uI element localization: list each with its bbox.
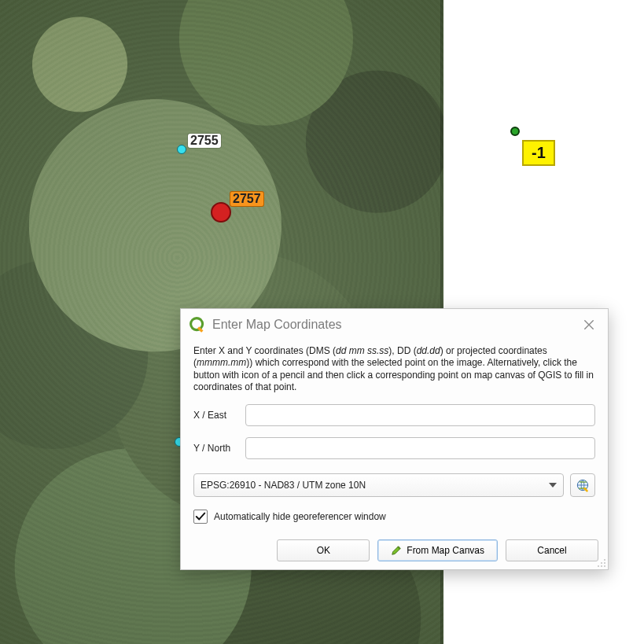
- enter-map-coordinates-dialog: Enter Map Coordinates Enter X and Y coor…: [180, 308, 609, 570]
- from-map-canvas-button[interactable]: From Map Canvas: [377, 539, 498, 561]
- svg-point-5: [601, 562, 602, 564]
- gcp-label-neg1: -1: [522, 140, 555, 166]
- check-icon: [195, 511, 206, 522]
- svg-point-4: [604, 559, 605, 561]
- x-east-label: X / East: [193, 410, 236, 421]
- close-button[interactable]: [578, 314, 600, 336]
- qgis-logo-icon: [189, 316, 206, 333]
- gcp-point-neg1[interactable]: [510, 127, 520, 136]
- ref-label-2755: 2755: [188, 134, 221, 148]
- svg-point-6: [604, 562, 605, 564]
- ref-point-2755[interactable]: [177, 145, 186, 154]
- cancel-button[interactable]: Cancel: [506, 539, 598, 561]
- ref-point-2757-selected[interactable]: [211, 202, 231, 223]
- auto-hide-checkbox[interactable]: [193, 510, 208, 524]
- globe-icon: [575, 477, 591, 493]
- pencil-icon: [391, 545, 402, 556]
- cancel-button-label: Cancel: [537, 545, 566, 556]
- auto-hide-label: Automatically hide georeferencer window: [214, 511, 386, 522]
- ok-button[interactable]: OK: [277, 539, 370, 561]
- ref-label-2757: 2757: [230, 192, 263, 206]
- svg-point-8: [601, 565, 602, 567]
- x-east-input[interactable]: [245, 404, 595, 426]
- svg-point-7: [598, 565, 599, 567]
- dialog-description: Enter X and Y coordinates (DMS (dd mm ss…: [193, 345, 595, 393]
- chevron-down-icon: [549, 483, 557, 488]
- resize-grip-icon[interactable]: [595, 557, 606, 568]
- y-north-label: Y / North: [193, 443, 236, 454]
- crs-dropdown[interactable]: EPSG:26910 - NAD83 / UTM zone 10N: [193, 473, 564, 497]
- crs-dropdown-value: EPSG:26910 - NAD83 / UTM zone 10N: [201, 480, 366, 491]
- crs-picker-button[interactable]: [570, 473, 595, 497]
- from-map-canvas-label: From Map Canvas: [407, 545, 484, 556]
- svg-point-9: [604, 565, 605, 567]
- y-north-input[interactable]: [245, 437, 595, 459]
- ok-button-label: OK: [317, 545, 330, 556]
- dialog-titlebar[interactable]: Enter Map Coordinates: [181, 309, 608, 340]
- dialog-title: Enter Map Coordinates: [212, 318, 572, 332]
